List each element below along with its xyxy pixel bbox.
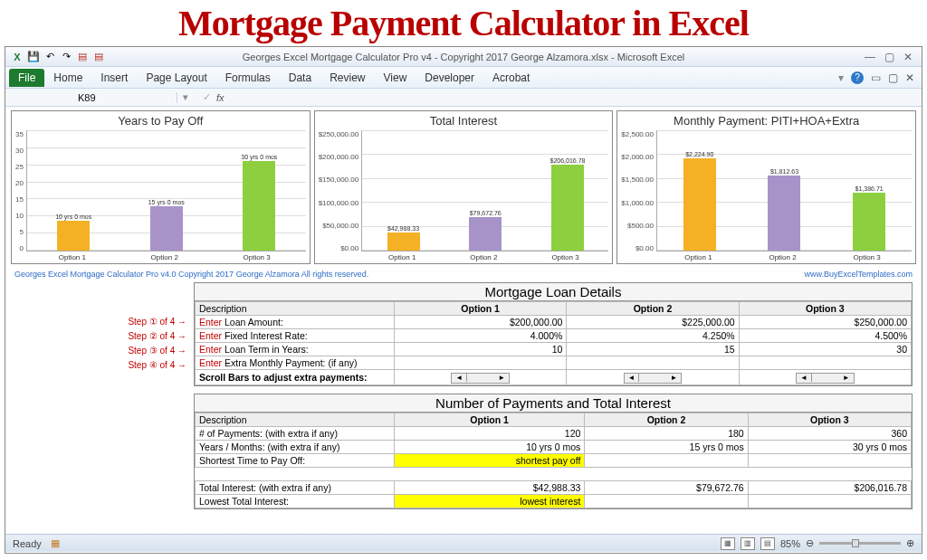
fx-icon[interactable]: fx: [216, 92, 225, 103]
tab-view[interactable]: View: [375, 69, 416, 87]
data-cell: 10 yrs 0 mos: [395, 440, 585, 453]
website-link[interactable]: www.BuyExcelTemplates.com: [804, 270, 913, 279]
scrollbar-control[interactable]: ◄►: [624, 373, 683, 384]
data-cell: 30 yrs 0 mos: [748, 440, 911, 453]
input-cell[interactable]: 4.500%: [739, 329, 911, 343]
x-axis-label: Option 2: [119, 252, 211, 261]
zoom-in-icon[interactable]: ⊕: [906, 537, 914, 549]
data-cell: $79,672.76: [585, 480, 748, 494]
input-cell[interactable]: 30: [739, 343, 911, 356]
data-cell: [748, 453, 911, 467]
tab-review[interactable]: Review: [320, 69, 374, 87]
input-cell[interactable]: 15: [567, 343, 739, 356]
minimize-icon[interactable]: —: [865, 51, 875, 63]
x-axis-label: Option 2: [741, 252, 825, 261]
input-cell[interactable]: $225,000.00: [567, 316, 739, 329]
y-axis: $250,000.00$200,000.00$150,000.00$100,00…: [319, 130, 362, 261]
close-icon[interactable]: ✕: [903, 51, 913, 63]
page-banner: Mortgage Payment Calculator in Excel: [0, 0, 927, 46]
scrollbar-control[interactable]: ◄►: [796, 373, 855, 384]
tab-file[interactable]: File: [9, 69, 44, 87]
quick-access-toolbar: X 💾 ↶ ↷ ▤ ▤ Georges Excel Mortgage Calcu…: [5, 47, 922, 67]
view-normal-icon[interactable]: ▦: [721, 537, 735, 550]
input-cell[interactable]: 4.250%: [567, 329, 739, 343]
ribbon-restore-icon[interactable]: ▢: [888, 71, 898, 84]
input-cell[interactable]: 4.000%: [395, 329, 567, 343]
input-cell[interactable]: [739, 356, 911, 370]
zoom-level: 85%: [780, 538, 800, 549]
data-cell: 15 yrs 0 mos: [585, 440, 748, 453]
x-axis-label: Option 3: [211, 252, 303, 261]
maximize-icon[interactable]: ▢: [884, 51, 894, 63]
data-cell: shortest pay off: [395, 453, 585, 467]
status-bar: Ready ▦ ▦ ▥ ▤ 85% ⊖ ⊕: [5, 534, 922, 552]
chart-0: Years to Pay Off 35302520151050 10 yrs 0…: [11, 110, 311, 264]
tab-data[interactable]: Data: [280, 69, 320, 87]
chart-bar: [57, 221, 90, 251]
input-cell[interactable]: 10: [395, 343, 567, 356]
input-cell[interactable]: $200,000.00: [395, 316, 567, 329]
view-page-break-icon[interactable]: ▤: [760, 537, 775, 550]
data-cell: [748, 494, 911, 508]
bar-label: 15 yrs 0 mos: [148, 199, 185, 205]
chart-1: Total Interest $250,000.00$200,000.00$15…: [314, 110, 614, 264]
x-axis-label: Option 3: [524, 252, 606, 261]
tab-insert[interactable]: Insert: [91, 69, 137, 87]
redo-icon[interactable]: ↷: [60, 51, 72, 63]
fx-cancel-icon[interactable]: ✓: [203, 91, 211, 103]
undo-icon[interactable]: ↶: [43, 51, 56, 63]
data-cell: 360: [748, 426, 911, 440]
chart-bar: [768, 176, 800, 251]
chart-bar: [853, 193, 885, 251]
data-cell: 180: [585, 426, 748, 440]
name-box-dropdown-icon[interactable]: ▾: [177, 91, 194, 103]
macro-record-icon[interactable]: ▦: [51, 537, 60, 549]
worksheet-area: Years to Pay Off 35302520151050 10 yrs 0…: [5, 107, 922, 534]
chart-bar: [387, 233, 420, 251]
bar-label: $42,988.33: [387, 225, 419, 232]
tab-acrobat[interactable]: Acrobat: [483, 69, 539, 87]
y-axis: $2,500.00$2,000.00$1,500.00$1,000.00$500…: [621, 130, 656, 261]
step-indicators: Step ① of 4 →Step ② of 4 →Step ③ of 4 →S…: [14, 282, 194, 517]
table1-title: Mortgage Loan Details: [195, 283, 912, 301]
ribbon-dropdown-icon[interactable]: ▾: [838, 71, 844, 84]
scrollbar-control[interactable]: ◄►: [451, 373, 510, 384]
bar-label: $79,672.76: [470, 210, 502, 216]
tab-formulas[interactable]: Formulas: [216, 69, 280, 87]
data-cell: 120: [395, 426, 585, 440]
tab-home[interactable]: Home: [44, 69, 91, 87]
qat-icon-1[interactable]: ▤: [76, 51, 89, 63]
chart-bar: [551, 165, 584, 251]
ribbon-minimize-icon[interactable]: ▭: [871, 71, 881, 84]
input-cell[interactable]: [395, 356, 567, 370]
bar-label: 10 yrs 0 mos: [55, 214, 91, 220]
x-axis-label: Option 1: [656, 252, 741, 261]
chart-bar: [683, 158, 716, 251]
x-axis-label: Option 2: [443, 252, 524, 261]
zoom-slider[interactable]: [819, 542, 901, 545]
x-axis-label: Option 1: [26, 252, 119, 261]
status-ready: Ready: [13, 538, 42, 549]
tab-page-layout[interactable]: Page Layout: [137, 69, 215, 87]
help-icon[interactable]: ?: [851, 71, 864, 84]
data-cell: $42,988.33: [395, 480, 585, 494]
ribbon-close-icon[interactable]: ✕: [905, 71, 914, 84]
copyright-footnote: Georges Excel Mortgage Calculator Pro v4…: [14, 270, 368, 279]
qat-icon-2[interactable]: ▤: [92, 51, 105, 63]
excel-window: X 💾 ↶ ↷ ▤ ▤ Georges Excel Mortgage Calcu…: [5, 46, 922, 554]
name-box[interactable]: K89: [5, 92, 177, 103]
save-icon[interactable]: 💾: [27, 51, 40, 63]
chart-title: Monthly Payment: PITI+HOA+Extra: [617, 111, 915, 130]
payments-interest-table: Number of Payments and Total Interest De…: [194, 394, 913, 509]
table2-title: Number of Payments and Total Interest: [195, 394, 912, 413]
formula-bar: K89 ▾ ✓ fx: [5, 89, 922, 107]
tab-developer[interactable]: Developer: [416, 69, 483, 87]
input-cell[interactable]: [567, 356, 739, 370]
chart-bar: [469, 217, 502, 251]
input-cell[interactable]: $250,000.00: [739, 316, 911, 329]
view-page-layout-icon[interactable]: ▥: [741, 537, 755, 550]
bar-label: $1,812.63: [770, 168, 798, 175]
zoom-out-icon[interactable]: ⊖: [806, 537, 814, 549]
bar-label: $1,386.71: [855, 185, 884, 192]
bar-label: 30 yrs 0 mos: [241, 154, 277, 160]
